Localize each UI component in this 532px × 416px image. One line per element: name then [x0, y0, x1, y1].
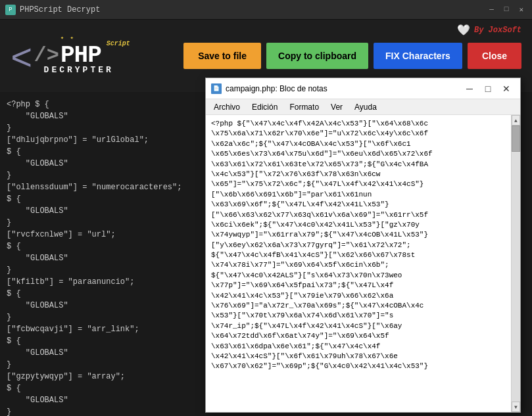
window-close-button[interactable]: ✕ [516, 5, 527, 14]
scrollbar-down-button[interactable]: ▼ [512, 402, 520, 412]
logo-content: /> PHP Script DECRYPTER [33, 44, 125, 75]
credit-area: 🤍 By JoxSoft [457, 24, 521, 37]
menu-ver[interactable]: Ver [326, 101, 348, 113]
scrollbar-thumb[interactable] [512, 126, 520, 152]
minimize-button[interactable]: — [486, 5, 497, 14]
save-to-file-button[interactable]: Save to file [183, 43, 261, 69]
app-icon: P [5, 5, 16, 15]
notepad-text-area[interactable]: <?php ${"\x47\x4c\x4f\x42A\x4c\x53"}["\x… [206, 115, 511, 412]
menu-ayuda[interactable]: Ayuda [349, 101, 382, 113]
copy-to-clipboard-button[interactable]: Copy to clipboard [266, 43, 368, 69]
heart-icon: 🤍 [457, 24, 470, 37]
notepad-controls: ─ □ ✕ [461, 81, 515, 96]
menu-formato[interactable]: Formato [284, 101, 324, 113]
scrollbar-track[interactable] [512, 126, 520, 402]
fix-characters-button[interactable]: FIX Characters [374, 43, 462, 69]
scrollbar-up-button[interactable]: ▲ [512, 115, 520, 126]
notepad-window: 📄 campaign.php: Bloc de notas ─ □ ✕ Arch… [205, 78, 521, 413]
logo-stars: ✦ ✦ [60, 34, 75, 41]
logo-bracket-left: < [11, 41, 33, 78]
logo-php-row: /> PHP Script [33, 44, 125, 68]
notepad-scrollbar: ▲ ▼ [511, 115, 520, 412]
maximize-button[interactable]: □ [501, 5, 512, 14]
app-title: PHPScript Decrypt [20, 5, 482, 14]
notepad-minimize-button[interactable]: ─ [461, 81, 478, 96]
notepad-content: <?php ${"\x47\x4c\x4f\x42A\x4c\x53"}["\x… [206, 115, 520, 412]
logo-slash: /> [34, 45, 59, 66]
logo: ✦ ✦ < /> PHP Script DECRYPTER [11, 34, 125, 78]
action-buttons: Save to file Copy to clipboard FIX Chara… [183, 43, 521, 69]
notepad-titlebar: 📄 campaign.php: Bloc de notas ─ □ ✕ [206, 78, 520, 99]
menu-edicion[interactable]: Edición [247, 101, 283, 113]
close-button[interactable]: Close [468, 43, 521, 69]
notepad-menubar: Archivo Edición Formato Ver Ayuda [206, 99, 520, 115]
notepad-maximize-button[interactable]: □ [479, 81, 496, 96]
window-controls: — □ ✕ [486, 5, 527, 14]
logo-inner: < /> PHP Script DECRYPTER [11, 41, 125, 78]
credit-text: By JoxSoft [474, 26, 521, 35]
logo-script-tag: Script [107, 41, 130, 47]
notepad-title: campaign.php: Bloc de notas [226, 84, 461, 93]
notepad-icon: 📄 [211, 83, 222, 94]
notepad-close-button[interactable]: ✕ [498, 81, 515, 96]
menu-archivo[interactable]: Archivo [208, 101, 245, 113]
logo-decrypter: DECRYPTER [44, 65, 114, 75]
title-bar: P PHPScript Decrypt — □ ✕ [0, 0, 532, 20]
logo-php-text: PHP [60, 44, 101, 68]
